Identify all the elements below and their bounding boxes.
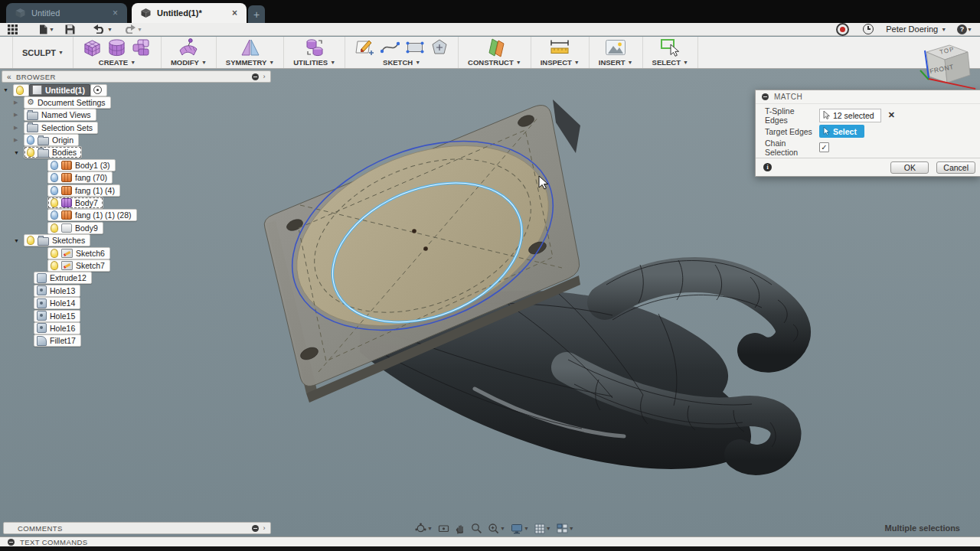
sketch-point[interactable] bbox=[412, 229, 416, 233]
ok-button[interactable]: OK bbox=[890, 161, 929, 174]
orbit-button[interactable]: ▼ bbox=[415, 523, 433, 534]
browser-item-named-views[interactable]: ▶ Named Views bbox=[3, 109, 137, 121]
tab-untitled[interactable]: Untitled × bbox=[6, 3, 127, 23]
edit-form-icon[interactable] bbox=[178, 37, 198, 57]
browser-item-body7[interactable]: Body7 bbox=[3, 197, 137, 209]
panel-options-icon[interactable] bbox=[252, 525, 259, 532]
browser-item-sketches[interactable]: ▼ Sketches bbox=[3, 235, 137, 246]
measure-icon[interactable] bbox=[548, 39, 571, 56]
expander-icon[interactable]: ▶ bbox=[14, 112, 24, 118]
save-button[interactable] bbox=[65, 24, 75, 34]
3d-viewport[interactable]: « BROWSER › ▼ Untitled(1) ▶ ⚙Document Se… bbox=[0, 69, 980, 536]
visibility-bulb-icon[interactable] bbox=[27, 148, 34, 157]
browser-item-fillet17[interactable]: Fillet17 bbox=[3, 335, 137, 347]
browser-item-body1[interactable]: Body1 (3) bbox=[3, 159, 137, 171]
toolbar-group-insert[interactable]: INSERT▼ bbox=[589, 37, 642, 68]
apps-grid-button[interactable] bbox=[8, 24, 18, 34]
close-icon[interactable]: × bbox=[232, 8, 237, 18]
expander-icon[interactable]: ▼ bbox=[14, 150, 24, 155]
toolbar-group-inspect[interactable]: INSPECT▼ bbox=[531, 37, 589, 68]
toolbar-group-create[interactable]: CREATE▼ bbox=[73, 37, 161, 68]
panel-expand-icon[interactable]: › bbox=[263, 524, 266, 532]
visibility-bulb-icon[interactable] bbox=[51, 186, 58, 195]
view-cube[interactable]: TOP FRONT bbox=[914, 41, 980, 96]
browser-item-origin[interactable]: ▶ Origin bbox=[3, 135, 137, 146]
sketch-point[interactable] bbox=[423, 246, 428, 251]
panel-options-icon[interactable] bbox=[252, 73, 259, 80]
expander-icon[interactable]: ▶ bbox=[14, 99, 24, 106]
toolbar-group-construct[interactable]: CONSTRUCT▼ bbox=[458, 37, 531, 68]
browser-item-hole13[interactable]: Hole13 bbox=[3, 285, 137, 296]
panel-expand-icon[interactable]: › bbox=[263, 73, 266, 80]
toolbar-group-sketch[interactable]: SKETCH▼ bbox=[345, 37, 458, 68]
expander-icon[interactable]: ▼ bbox=[14, 238, 24, 243]
sketch-circle-icon[interactable] bbox=[430, 38, 449, 57]
collapse-panel-icon[interactable]: « bbox=[7, 73, 11, 81]
tab-untitled-1[interactable]: Untitled(1)* × bbox=[132, 3, 247, 23]
visibility-bulb-icon[interactable] bbox=[16, 86, 24, 95]
browser-panel-header[interactable]: « BROWSER › bbox=[2, 70, 271, 83]
browser-item-selection-sets[interactable]: ▶ Selection Sets bbox=[3, 122, 137, 133]
browser-item-fang-1-4[interactable]: fang (1) (4) bbox=[3, 184, 137, 196]
target-edges-select-button[interactable]: Select bbox=[819, 125, 864, 138]
look-at-button[interactable] bbox=[438, 523, 449, 533]
browser-item-fang-1-1-28[interactable]: fang (1) (1) (28) bbox=[3, 210, 137, 221]
comments-panel-bar[interactable]: COMMENTS › bbox=[3, 522, 271, 534]
history-clock-button[interactable] bbox=[863, 24, 874, 34]
create-cylinder-icon[interactable] bbox=[107, 38, 126, 57]
create-quadball-icon[interactable] bbox=[132, 38, 152, 57]
visibility-bulb-icon[interactable] bbox=[51, 223, 58, 233]
create-sketch-icon[interactable] bbox=[354, 37, 374, 57]
browser-item-hole15[interactable]: Hole15 bbox=[3, 310, 137, 321]
grid-snap-button[interactable]: ▼ bbox=[534, 523, 551, 534]
help-button[interactable]: ? bbox=[957, 24, 967, 34]
browser-item-hole16[interactable]: Hole16 bbox=[3, 322, 137, 334]
chain-selection-checkbox[interactable]: ✓ bbox=[819, 142, 829, 152]
sketch-spline-icon[interactable] bbox=[380, 41, 400, 54]
expander-icon[interactable]: ▶ bbox=[14, 125, 24, 131]
visibility-bulb-icon[interactable] bbox=[51, 249, 58, 258]
browser-item-fang70[interactable]: fang (70) bbox=[3, 172, 137, 184]
sketch-rectangle-icon[interactable] bbox=[405, 41, 425, 54]
browser-item-root[interactable]: ▼ Untitled(1) bbox=[3, 84, 137, 96]
toolbar-group-modify[interactable]: MODIFY▼ bbox=[161, 37, 216, 68]
insert-image-icon[interactable] bbox=[605, 39, 626, 56]
browser-item-sketch7[interactable]: Sketch7 bbox=[3, 259, 137, 271]
activate-component-radio[interactable] bbox=[93, 86, 102, 94]
viewports-button[interactable]: ▼ bbox=[557, 523, 574, 533]
text-commands-bar[interactable]: TEXT COMMANDS bbox=[0, 536, 980, 546]
pan-button[interactable] bbox=[455, 523, 466, 534]
zoom-window-button[interactable]: ▼ bbox=[488, 523, 505, 534]
browser-item-extrude12[interactable]: Extrude12 bbox=[3, 272, 137, 284]
mirror-symmetry-icon[interactable] bbox=[240, 37, 260, 57]
expander-icon[interactable]: ▶ bbox=[14, 137, 24, 143]
record-button[interactable] bbox=[836, 23, 849, 36]
visibility-bulb-icon[interactable] bbox=[27, 236, 34, 245]
create-box-icon[interactable] bbox=[83, 38, 102, 57]
browser-item-sketch6[interactable]: Sketch6 bbox=[3, 247, 137, 259]
dialog-collapse-icon[interactable] bbox=[762, 93, 769, 100]
workspace-switcher-sculpt[interactable]: SCULPT▼ bbox=[12, 37, 73, 68]
cancel-button[interactable]: Cancel bbox=[936, 161, 975, 174]
visibility-bulb-icon[interactable] bbox=[51, 161, 58, 170]
expander-icon[interactable]: ▼ bbox=[3, 87, 13, 93]
toolbar-group-select[interactable]: SELECT▼ bbox=[642, 37, 698, 68]
browser-item-document-settings[interactable]: ▶ ⚙Document Settings bbox=[3, 96, 137, 108]
display-settings-button[interactable]: ▼ bbox=[511, 523, 529, 534]
file-menu-button[interactable]: ▼ bbox=[39, 24, 54, 34]
browser-item-bodies[interactable]: ▼ Bodies bbox=[3, 147, 137, 158]
tspline-edges-selection-chip[interactable]: 12 selected bbox=[819, 109, 881, 122]
new-tab-button[interactable]: + bbox=[248, 5, 265, 23]
browser-item-body9[interactable]: Body9 bbox=[3, 222, 137, 233]
toolbar-group-utilities[interactable]: UTILITIES▼ bbox=[283, 37, 345, 68]
select-icon[interactable] bbox=[660, 38, 680, 57]
visibility-bulb-icon[interactable] bbox=[51, 198, 58, 207]
user-menu[interactable]: Peter Doering bbox=[886, 24, 938, 34]
close-icon[interactable]: × bbox=[113, 8, 118, 18]
visibility-bulb-icon[interactable] bbox=[51, 210, 58, 220]
info-icon[interactable]: i bbox=[763, 163, 772, 171]
construct-plane-icon[interactable] bbox=[485, 37, 505, 57]
zoom-button[interactable] bbox=[471, 523, 482, 534]
browser-item-hole14[interactable]: Hole14 bbox=[3, 298, 137, 309]
toolbar-group-symmetry[interactable]: SYMMETRY▼ bbox=[216, 37, 283, 68]
